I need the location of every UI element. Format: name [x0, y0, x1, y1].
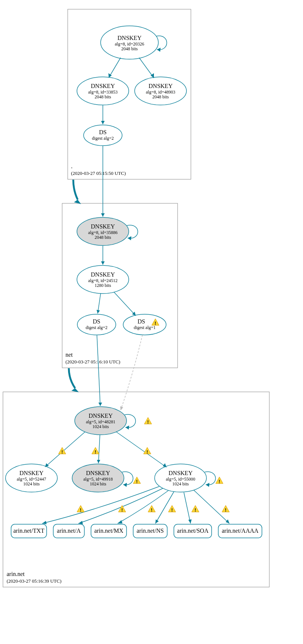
- svg-text:arin.net/SOA: arin.net/SOA: [177, 528, 209, 534]
- warning-icon: !: [168, 505, 176, 513]
- edge-k4-to-soa: [184, 492, 191, 523]
- edge-k4-to-a: [78, 488, 163, 523]
- svg-text:DNSKEY: DNSKEY: [91, 83, 115, 89]
- svg-marker-46: [120, 406, 123, 410]
- node-rr-ns: arin.net/NS: [133, 524, 167, 538]
- warning-icon: !: [222, 505, 229, 513]
- svg-point-18: [84, 125, 122, 146]
- svg-marker-47: [125, 426, 129, 430]
- svg-marker-80: [155, 519, 159, 523]
- svg-text:arin.net/MX: arin.net/MX: [94, 528, 124, 534]
- node-root-zsk: DNSKEY alg=8, id=33853 2048 bits: [77, 77, 129, 105]
- svg-text:alg=8, id=35886: alg=8, id=35886: [88, 230, 118, 235]
- edge-netds1-to-arinksk: [97, 335, 100, 406]
- svg-text:digest alg=2: digest alg=2: [92, 136, 114, 141]
- zone-label-arin-name: arin.net: [7, 571, 25, 577]
- svg-text:!: !: [121, 508, 123, 513]
- svg-text:arin.net/AAAA: arin.net/AAAA: [222, 528, 259, 534]
- svg-marker-82: [226, 519, 229, 523]
- node-rr-mx: arin.net/MX: [91, 524, 127, 538]
- svg-text:!: !: [171, 508, 173, 513]
- svg-text:!: !: [95, 450, 96, 455]
- svg-text:1024 bits: 1024 bits: [172, 481, 189, 487]
- svg-marker-64: [206, 483, 209, 487]
- svg-text:1024 bits: 1024 bits: [23, 481, 40, 487]
- svg-text:1024 bits: 1024 bits: [92, 424, 109, 429]
- warning-icon: !: [216, 477, 223, 484]
- svg-marker-32: [101, 261, 105, 265]
- node-root-key3: DNSKEY alg=8, id=48903 2048 bits: [135, 77, 186, 105]
- svg-text:digest alg=1: digest alg=1: [134, 325, 155, 330]
- svg-text:DNSKEY: DNSKEY: [118, 35, 142, 41]
- svg-text:DNSKEY: DNSKEY: [86, 470, 110, 476]
- node-net-ds2: DS digest alg=1: [123, 314, 166, 335]
- warning-icon: !: [118, 505, 126, 513]
- edge-arinksk-to-k4: [116, 432, 166, 467]
- svg-marker-60: [45, 463, 49, 467]
- svg-marker-63: [123, 483, 127, 487]
- svg-text:alg=8, id=48903: alg=8, id=48903: [146, 89, 175, 95]
- svg-text:!: !: [147, 420, 149, 425]
- svg-text:arin.net/TXT: arin.net/TXT: [13, 528, 44, 534]
- edge-netzsk-to-ds2: [114, 292, 136, 316]
- svg-point-36: [123, 314, 166, 335]
- delegation-arrow-net-to-arin: [69, 368, 75, 388]
- warning-icon: !: [144, 417, 152, 425]
- warning-icon: !: [92, 447, 99, 455]
- svg-text:!: !: [219, 479, 220, 484]
- svg-text:DS: DS: [99, 129, 107, 135]
- node-rr-soa: arin.net/SOA: [174, 524, 212, 538]
- svg-marker-39: [97, 310, 100, 313]
- svg-marker-27: [128, 236, 131, 240]
- dnssec-graph: . (2020-03-27 05:15:50 UTC) net (2020-03…: [0, 0, 303, 644]
- zone-label-arin-ts: (2020-03-27 05:16:39 UTC): [7, 578, 61, 584]
- svg-text:arin.net/NS: arin.net/NS: [137, 528, 164, 534]
- svg-marker-7: [157, 48, 161, 52]
- node-rr-a: arin.net/A: [53, 524, 84, 538]
- delegation-arrow-root-to-net: [73, 180, 78, 200]
- svg-text:DNSKEY: DNSKEY: [169, 470, 193, 476]
- svg-text:alg=8, id=20326: alg=8, id=20326: [115, 41, 144, 47]
- node-rr-aaaa: arin.net/AAAA: [218, 524, 262, 538]
- node-net-zsk: DNSKEY alg=8, id=24512 1280 bits: [77, 265, 129, 294]
- node-net-ds1: DS digest alg=2: [77, 314, 116, 335]
- warning-icon: !: [192, 505, 199, 513]
- zone-label-root-name: .: [71, 163, 73, 169]
- svg-marker-79: [118, 520, 122, 523]
- warning-icon: !: [148, 505, 155, 513]
- svg-text:DNSKEY: DNSKEY: [89, 413, 113, 419]
- svg-text:2048 bits: 2048 bits: [152, 94, 169, 99]
- edge-k4-to-mx: [118, 491, 168, 523]
- svg-marker-1: [71, 388, 79, 392]
- node-rr-txt: arin.net/TXT: [11, 524, 47, 538]
- svg-text:alg=5, id=52447: alg=5, id=52447: [17, 477, 46, 482]
- svg-text:arin.net/A: arin.net/A: [57, 528, 81, 534]
- edge-arinksk-to-k3: [98, 435, 100, 463]
- warning-icon: !: [58, 447, 66, 455]
- svg-marker-45: [98, 403, 102, 406]
- zone-label-net-name: net: [65, 352, 73, 358]
- svg-marker-21: [101, 121, 105, 124]
- svg-text:alg=5, id=55000: alg=5, id=55000: [166, 477, 195, 482]
- svg-text:!: !: [147, 450, 148, 455]
- edge-arinksk-to-k2: [45, 432, 85, 467]
- svg-marker-26: [101, 213, 105, 217]
- warning-icon: !: [133, 477, 141, 484]
- svg-text:1024 bits: 1024 bits: [90, 481, 107, 487]
- zone-label-net-ts: (2020-03-27 05:16:10 UTC): [65, 359, 120, 365]
- node-root-ds: DS digest alg=2: [84, 125, 122, 146]
- svg-text:2048 bits: 2048 bits: [95, 235, 111, 240]
- node-arin-ksk: DNSKEY alg=5, id=48281 1024 bits: [75, 407, 127, 435]
- svg-text:!: !: [195, 508, 196, 513]
- svg-marker-61: [97, 460, 100, 463]
- svg-text:alg=5, id=48281: alg=5, id=48281: [86, 419, 115, 424]
- svg-marker-77: [42, 521, 47, 524]
- svg-text:DNSKEY: DNSKEY: [20, 470, 44, 476]
- svg-text:alg=5, id=49918: alg=5, id=49918: [83, 477, 113, 482]
- svg-text:DS: DS: [138, 318, 145, 325]
- svg-text:!: !: [155, 321, 156, 326]
- svg-text:DNSKEY: DNSKEY: [91, 271, 115, 278]
- svg-marker-81: [188, 519, 192, 523]
- zone-label-root-ts: (2020-03-27 05:15:50 UTC): [71, 170, 126, 176]
- svg-text:DNSKEY: DNSKEY: [91, 223, 115, 230]
